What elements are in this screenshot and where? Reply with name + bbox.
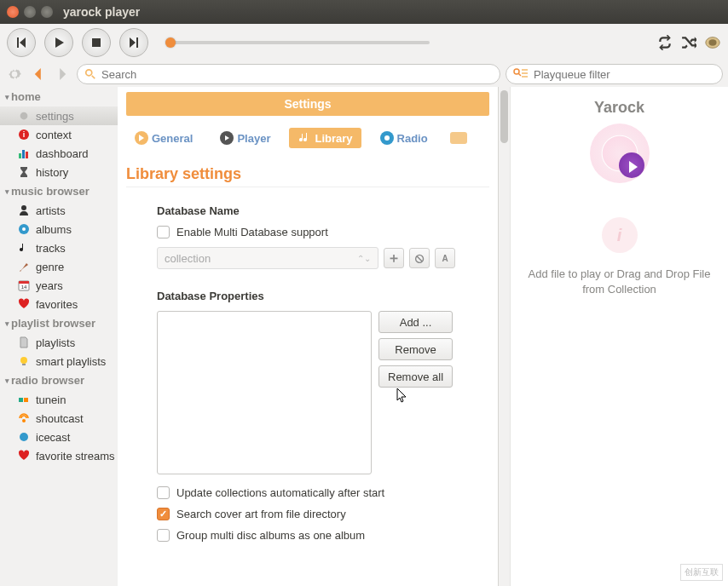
- sidebar-item-shoutcast[interactable]: shoutcast: [0, 409, 118, 428]
- remove-path-button[interactable]: Remove: [378, 338, 453, 360]
- sidebar-item-favorites[interactable]: favorites: [0, 295, 118, 313]
- sidebar-group-radio[interactable]: radio browser: [0, 371, 118, 390]
- nav-back-button[interactable]: [29, 65, 48, 83]
- settings-gear-icon[interactable]: [5, 65, 24, 83]
- info-icon: i: [17, 128, 31, 141]
- tunein-icon: [17, 393, 31, 406]
- tab-player[interactable]: Player: [211, 128, 279, 148]
- sidebar-item-favorite-streams[interactable]: favorite streams: [0, 446, 118, 465]
- sidebar-group-music[interactable]: music browser: [0, 181, 118, 201]
- sidebar-item-smart-playlists[interactable]: smart playlists: [0, 352, 118, 371]
- sidebar-group-home[interactable]: home: [0, 87, 118, 106]
- window-buttons: [7, 6, 53, 18]
- media-toolbar: [0, 24, 728, 61]
- info-badge: i: [602, 217, 638, 253]
- svg-rect-10: [26, 152, 28, 158]
- db-add-button[interactable]: ＋: [384, 248, 404, 268]
- database-name-label: Database Name: [157, 204, 489, 217]
- sidebar-item-settings[interactable]: settings: [0, 106, 118, 125]
- playqueue-filter-box[interactable]: [506, 64, 723, 84]
- settings-banner: Settings: [126, 92, 489, 116]
- sidebar-item-tunein[interactable]: tunein: [0, 390, 118, 409]
- progress-slider[interactable]: [165, 41, 430, 44]
- svg-rect-22: [20, 433, 28, 441]
- play-button[interactable]: [44, 28, 73, 57]
- sidebar-item-genre[interactable]: genre: [0, 257, 118, 276]
- opt-cover-checkbox[interactable]: [157, 508, 170, 520]
- title-bar: yarock player: [0, 0, 728, 24]
- calendar-icon: 14: [17, 279, 31, 292]
- db-disable-button[interactable]: ⦸: [409, 248, 430, 268]
- opt-update-checkbox[interactable]: [157, 486, 170, 499]
- main-scrollbar[interactable]: [498, 87, 510, 586]
- volume-icon[interactable]: [704, 34, 721, 51]
- opt-update-row: Update collections automatically after s…: [157, 486, 489, 499]
- nav-row: [0, 61, 728, 87]
- window-minimize-button[interactable]: [24, 6, 36, 18]
- sidebar-item-tracks[interactable]: tracks: [0, 238, 118, 257]
- sidebar-item-dashboard[interactable]: dashboard: [0, 144, 118, 163]
- player-tab-icon: [220, 131, 234, 145]
- database-paths-list[interactable]: [157, 311, 372, 474]
- svg-rect-18: [22, 364, 26, 365]
- db-rename-button[interactable]: A: [435, 248, 455, 268]
- heart-icon: [17, 297, 31, 311]
- note-icon: [17, 241, 31, 255]
- database-dropdown[interactable]: collection⌃⌄: [157, 247, 378, 269]
- enable-multi-checkbox[interactable]: [157, 226, 170, 238]
- tab-library[interactable]: Library: [289, 128, 361, 148]
- search-box[interactable]: [77, 64, 500, 84]
- repeat-icon[interactable]: [656, 34, 673, 51]
- sidebar-group-playlist[interactable]: playlist browser: [0, 313, 118, 333]
- svg-rect-0: [92, 38, 101, 47]
- library-tab-icon: [298, 131, 311, 145]
- opt-cover-row: Search cover art from file directory: [157, 508, 489, 520]
- tab-radio[interactable]: Radio: [372, 128, 436, 148]
- sidebar-item-history[interactable]: history: [0, 163, 118, 181]
- chevron-updown-icon: ⌃⌄: [357, 254, 371, 263]
- sidebar-item-artists[interactable]: artists: [0, 201, 118, 220]
- svg-point-17: [20, 357, 27, 364]
- settings-tabs: General Player Library Radio: [126, 128, 489, 148]
- window-maximize-button[interactable]: [41, 6, 53, 18]
- sidebar-item-years[interactable]: 14years: [0, 276, 118, 295]
- person-icon: [17, 204, 31, 217]
- sidebar-item-context[interactable]: icontext: [0, 125, 118, 144]
- shuffle-icon[interactable]: [680, 34, 697, 51]
- playqueue-panel: Yarock i Add file to play or Drag and Dr…: [510, 87, 728, 586]
- svg-text:i: i: [23, 130, 26, 139]
- search-input[interactable]: [101, 68, 493, 81]
- playqueue-hint: Add file to play or Drag and Drop File f…: [523, 267, 716, 297]
- section-title: Library settings: [126, 165, 489, 183]
- remove-all-button[interactable]: Remove all: [378, 365, 453, 388]
- svg-point-5: [20, 112, 28, 120]
- radio-tab-icon: [380, 131, 394, 145]
- tab-more[interactable]: [447, 129, 471, 147]
- search-icon: [84, 68, 96, 80]
- bulb-icon: [17, 354, 31, 368]
- disc-icon: [17, 222, 31, 236]
- stop-button[interactable]: [82, 28, 111, 57]
- svg-rect-15: [19, 281, 29, 284]
- add-path-button[interactable]: Add ...: [378, 311, 453, 333]
- general-tab-icon: [135, 131, 148, 145]
- tab-general[interactable]: General: [126, 128, 201, 148]
- icecast-icon: [17, 430, 31, 444]
- svg-point-21: [22, 419, 26, 422]
- playqueue-filter-input[interactable]: [534, 68, 715, 81]
- svg-text:14: 14: [21, 284, 27, 290]
- window-close-button[interactable]: [7, 6, 19, 18]
- nav-forward-button[interactable]: [53, 65, 72, 83]
- sidebar-item-albums[interactable]: albums: [0, 220, 118, 238]
- album-art-placeholder: [590, 124, 650, 183]
- opt-group-checkbox[interactable]: [157, 529, 170, 542]
- sidebar-item-playlists[interactable]: playlists: [0, 333, 118, 352]
- gear-icon: [17, 109, 31, 123]
- svg-point-3: [86, 70, 92, 76]
- filter-icon: [513, 68, 529, 80]
- violin-icon: [17, 260, 31, 273]
- sidebar-item-icecast[interactable]: icecast: [0, 428, 118, 446]
- enable-multi-label: Enable Multi Database support: [176, 226, 328, 238]
- prev-track-button[interactable]: [7, 28, 36, 57]
- next-track-button[interactable]: [119, 28, 148, 57]
